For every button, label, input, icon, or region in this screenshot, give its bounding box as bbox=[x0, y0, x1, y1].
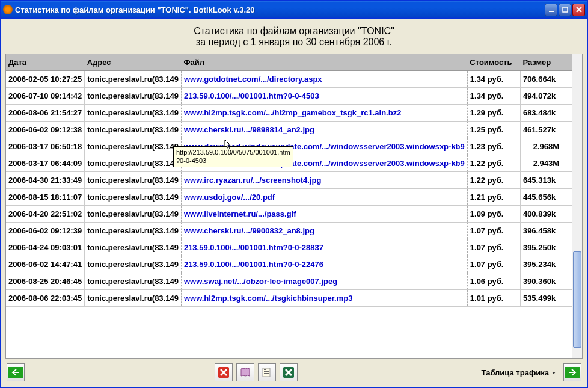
cell-cost: 1.07 руб. bbox=[467, 223, 520, 239]
arrow-left-icon bbox=[8, 367, 23, 378]
properties-button[interactable] bbox=[258, 363, 276, 381]
svg-rect-5 bbox=[264, 371, 269, 372]
table-row[interactable]: 2006-04-24 09:03:01tonic.pereslavl.ru(83… bbox=[6, 239, 572, 256]
table-row[interactable]: 2006-02-05 10:27:25tonic.pereslavl.ru(83… bbox=[6, 71, 572, 88]
arrow-right-icon bbox=[565, 367, 580, 378]
file-link[interactable]: 213.59.0.100/.../001001.htm?0-0-28837 bbox=[184, 243, 323, 252]
cell-cost: 1.07 руб. bbox=[467, 239, 520, 256]
cell-file: 213.59.0.100/.../001001.htm?0-0-28837 bbox=[181, 239, 467, 256]
cell-addr: tonic.pereslavl.ru(83.149 bbox=[85, 206, 182, 223]
cell-file: 213.59.0.100/.../001001.htm?0-0-4503 bbox=[181, 88, 467, 105]
table-row[interactable]: 2006-04-20 22:51:02tonic.pereslavl.ru(83… bbox=[6, 206, 572, 223]
cell-file: www.gotdotnet.com/.../directory.aspx bbox=[181, 71, 467, 88]
app-window: Статистика по файлам организации "TONIC"… bbox=[0, 0, 588, 388]
traffic-table-dropdown[interactable]: Таблица трафика bbox=[478, 368, 560, 377]
cell-cost: 1.22 руб. bbox=[467, 155, 520, 172]
file-link[interactable]: www.liveinternet.ru/.../pass.gif bbox=[184, 209, 296, 218]
col-header-file[interactable]: Файл bbox=[181, 54, 467, 71]
titlebar: Статистика по файлам организации "TONIC"… bbox=[1, 1, 587, 19]
table-container: Дата Адрес Файл Стоимость Размер 2006-02… bbox=[5, 54, 583, 359]
cell-addr: tonic.pereslavl.ru(83.149 bbox=[85, 273, 182, 290]
cell-size: 390.360k bbox=[520, 273, 572, 290]
dropdown-text: Таблица трафика bbox=[482, 368, 549, 377]
svg-rect-1 bbox=[563, 7, 568, 12]
svg-rect-4 bbox=[264, 369, 266, 370]
cell-file: www.swaj.net/.../obzor-leo-image007.jpeg bbox=[181, 273, 467, 290]
cell-size: 396.458k bbox=[520, 223, 572, 239]
cell-addr: tonic.pereslavl.ru(83.149 bbox=[85, 155, 182, 172]
excel-export-button[interactable] bbox=[280, 363, 298, 381]
nav-forward-button[interactable] bbox=[563, 363, 581, 381]
table-row[interactable]: 2006-06-02 14:47:41tonic.pereslavl.ru(83… bbox=[6, 256, 572, 273]
cell-file: www.usdoj.gov/.../20.pdf bbox=[181, 189, 467, 206]
close-button[interactable] bbox=[572, 4, 585, 16]
file-link[interactable]: www.hl2mp.tsgk.com/.../hl2mp_gamebox_tsg… bbox=[184, 108, 401, 117]
x-red-icon bbox=[218, 366, 230, 378]
vertical-scrollbar[interactable] bbox=[572, 54, 582, 358]
bottom-toolbar: Таблица трафика bbox=[5, 359, 583, 385]
cell-file: www.hl2mp.tsgk.com/.../hl2mp_gamebox_tsg… bbox=[181, 105, 467, 122]
cell-date: 2006-04-30 21:33:49 bbox=[6, 172, 85, 189]
cell-size: 395.250k bbox=[520, 239, 572, 256]
col-header-addr[interactable]: Адрес bbox=[85, 54, 182, 71]
file-link[interactable]: www.swaj.net/.../obzor-leo-image007.jpeg bbox=[184, 277, 337, 286]
table-row[interactable]: 2006-04-30 21:33:49tonic.pereslavl.ru(83… bbox=[6, 172, 572, 189]
cell-size: 494.072k bbox=[520, 88, 572, 105]
svg-rect-6 bbox=[264, 373, 269, 374]
cell-addr: tonic.pereslavl.ru(83.149 bbox=[85, 71, 182, 88]
file-link[interactable]: 213.59.0.100/.../001001.htm?0-0-22476 bbox=[184, 260, 323, 269]
table-row[interactable]: 2006-06-02 09:12:39tonic.pereslavl.ru(83… bbox=[6, 223, 572, 239]
col-header-size[interactable]: Размер bbox=[520, 54, 572, 71]
cell-cost: 1.34 руб. bbox=[467, 88, 520, 105]
cell-cost: 1.22 руб. bbox=[467, 172, 520, 189]
table-row[interactable]: 2006-07-10 09:14:42tonic.pereslavl.ru(83… bbox=[6, 88, 572, 105]
cell-addr: tonic.pereslavl.ru(83.149 bbox=[85, 223, 182, 239]
file-link[interactable]: www.cherski.ru/.../9898814_an2.jpg bbox=[184, 125, 314, 134]
cell-cost: 1.07 руб. bbox=[467, 256, 520, 273]
app-icon bbox=[3, 5, 13, 14]
cell-file: www.liveinternet.ru/.../pass.gif bbox=[181, 206, 467, 223]
cell-cost: 1.34 руб. bbox=[467, 71, 520, 88]
col-header-date[interactable]: Дата bbox=[6, 54, 85, 71]
file-link[interactable]: www.gotdotnet.com/.../directory.aspx bbox=[184, 75, 322, 84]
cell-size: 461.527k bbox=[520, 122, 572, 138]
table-row[interactable]: 2006-08-06 22:03:45tonic.pereslavl.ru(83… bbox=[6, 290, 572, 307]
cell-date: 2006-02-05 10:27:25 bbox=[6, 71, 85, 88]
cell-cost: 1.23 руб. bbox=[467, 138, 520, 155]
cell-addr: tonic.pereslavl.ru(83.149 bbox=[85, 122, 182, 138]
file-link[interactable]: www.usdoj.gov/.../20.pdf bbox=[184, 192, 275, 202]
scrollbar-thumb[interactable] bbox=[573, 251, 581, 348]
svg-rect-0 bbox=[549, 11, 554, 12]
book-button[interactable] bbox=[236, 363, 254, 381]
file-link[interactable]: www.hl2mp.tsgk.com/.../tsgkichbinsuper.m… bbox=[184, 294, 353, 303]
cell-date: 2006-06-02 09:12:39 bbox=[6, 223, 85, 239]
close-icon bbox=[576, 7, 582, 13]
table-row[interactable]: 2006-08-25 20:46:45tonic.pereslavl.ru(83… bbox=[6, 273, 572, 290]
minimize-button[interactable] bbox=[545, 4, 557, 16]
nav-back-button[interactable] bbox=[7, 363, 25, 381]
minimize-icon bbox=[548, 7, 554, 13]
svg-rect-3 bbox=[263, 368, 270, 377]
table-row[interactable]: 2006-08-06 21:54:27tonic.pereslavl.ru(83… bbox=[6, 105, 572, 122]
cell-addr: tonic.pereslavl.ru(83.149 bbox=[85, 256, 182, 273]
cell-size: 706.664k bbox=[520, 71, 572, 88]
delete-button[interactable] bbox=[215, 363, 233, 381]
excel-icon bbox=[283, 366, 295, 378]
file-link[interactable]: www.irc.ryazan.ru/.../screenshot4.jpg bbox=[184, 176, 322, 185]
cell-date: 2006-03-17 06:50:18 bbox=[6, 138, 85, 155]
table-row[interactable]: 2006-06-02 09:12:38tonic.pereslavl.ru(83… bbox=[6, 122, 572, 138]
cell-size: 2.968M bbox=[520, 138, 572, 155]
maximize-button[interactable] bbox=[559, 4, 571, 16]
table-row[interactable]: 2006-08-15 18:11:07tonic.pereslavl.ru(83… bbox=[6, 189, 572, 206]
cell-size: 395.234k bbox=[520, 256, 572, 273]
file-link[interactable]: 213.59.0.100/.../001001.htm?0-0-4503 bbox=[184, 91, 319, 100]
cell-addr: tonic.pereslavl.ru(83.149 bbox=[85, 138, 182, 155]
cell-file: www.cherski.ru/.../9898814_an2.jpg bbox=[181, 122, 467, 138]
cell-cost: 1.25 руб. bbox=[467, 122, 520, 138]
col-header-cost[interactable]: Стоимость bbox=[467, 54, 520, 71]
cell-cost: 1.01 руб. bbox=[467, 290, 520, 307]
properties-icon bbox=[261, 366, 273, 378]
cell-size: 400.839k bbox=[520, 206, 572, 223]
file-link[interactable]: www.cherski.ru/.../9900832_an8.jpg bbox=[184, 226, 314, 235]
cell-addr: tonic.pereslavl.ru(83.149 bbox=[85, 88, 182, 105]
